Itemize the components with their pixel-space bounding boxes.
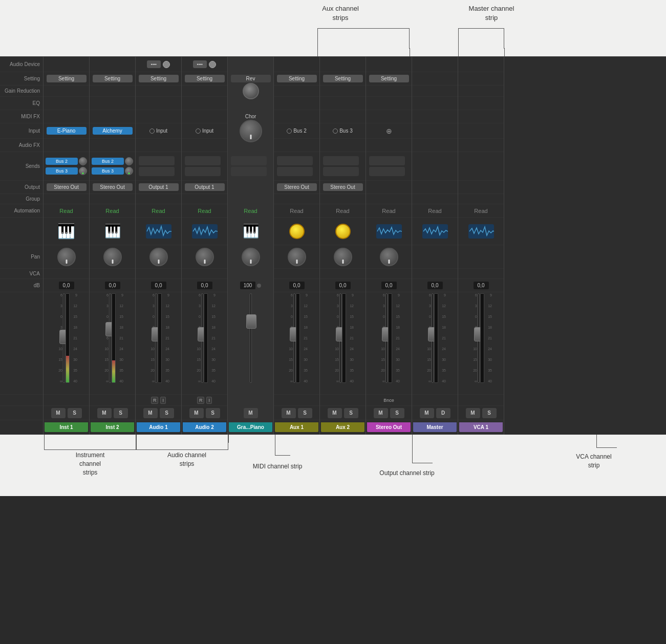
vca1-automation[interactable]: Read [458,204,504,218]
master-fader[interactable]: 6 3 0 3 6 10 15 20 ∞ [412,292,458,395]
aux1-output-btn[interactable]: Stereo Out [277,183,317,191]
aux1-fader-track[interactable] [293,293,295,391]
inst2-automation-label[interactable]: Read [105,208,119,214]
aux1-pan[interactable] [274,245,319,269]
stereoout-ms[interactable]: M S [366,406,412,420]
audio1-ms[interactable]: M S [136,406,181,420]
aux1-setting[interactable]: Setting [274,72,319,85]
inst2-send1-knob[interactable] [125,157,133,165]
inst1-fader[interactable]: 6 3 0 3 6 10 15 20 ∞ [44,292,89,395]
aux1-automation[interactable]: Read [274,204,319,218]
audio1-setting-btn[interactable]: Setting [139,75,179,82]
aux2-fader-rail[interactable] [339,293,341,383]
aux1-ms[interactable]: M S [274,406,319,420]
inst2-mute-btn[interactable]: M [97,408,112,418]
audio2-input[interactable]: Input [182,123,227,139]
audio2-pan-knob[interactable] [196,248,214,266]
vca1-fader-rail[interactable] [478,293,480,383]
inst2-setting[interactable]: Setting [90,72,135,85]
aux1-solo-btn[interactable]: S [298,408,312,418]
audio2-mute-btn[interactable]: M [189,408,204,418]
inst1-setting[interactable]: Setting [44,72,89,85]
audio2-r-btn[interactable]: R [197,397,205,404]
inst2-automation[interactable]: Read [90,204,135,218]
audio1-ri[interactable]: R I [136,395,181,406]
aux1-automation-label[interactable]: Read [290,208,303,214]
stereoout-solo-btn[interactable]: S [390,408,404,418]
inst2-fader-rail[interactable] [109,293,111,383]
aux2-pan-knob[interactable] [334,248,352,266]
audio1-pan-knob[interactable] [149,248,168,266]
audio1-fader-rail[interactable] [155,293,157,383]
vca1-fader[interactable]: 6 3 0 3 6 10 15 20 ∞ [458,292,504,395]
inst1-send2-knob[interactable] [79,167,87,175]
audio1-output[interactable]: Output 1 [136,181,181,194]
inst2-send1-btn[interactable]: Bus 2 [92,158,124,165]
inst2-fader[interactable]: 6 3 0 3 6 10 15 20 ∞ [90,292,135,395]
audio1-input[interactable]: Input [136,123,181,139]
audio1-automation[interactable]: Read [136,204,181,218]
audio2-setting[interactable]: Setting [182,72,227,85]
audio1-output-btn[interactable]: Output 1 [139,183,179,191]
inst1-automation-label[interactable]: Read [59,208,73,214]
audio1-pan[interactable] [136,245,181,269]
inst2-input-btn[interactable]: Alchemy [93,127,133,135]
midi-fader-track[interactable] [250,293,252,391]
vca1-ms[interactable]: M S [458,406,504,420]
midi-pan-knob[interactable] [242,248,260,266]
audio1-r-btn[interactable]: R [151,397,159,404]
aux1-setting-btn[interactable]: Setting [277,75,317,82]
aux1-fader-rail[interactable] [293,293,295,383]
inst1-input[interactable]: E-Piano [44,123,89,139]
inst1-output-btn[interactable]: Stereo Out [47,183,87,191]
audio1-i-btn[interactable]: I [160,397,166,404]
aux2-ms[interactable]: M S [320,406,366,420]
stereoout-mute-btn[interactable]: M [374,408,388,418]
audio1-setting[interactable]: Setting [136,72,181,85]
midi-mute-btn[interactable]: M [244,408,258,418]
inst1-mute-btn[interactable]: M [51,408,66,418]
inst2-input[interactable]: Alchemy [90,123,135,139]
aux2-fader[interactable]: 6 3 0 3 6 10 15 20 ∞ [320,292,366,395]
aux2-fader-track[interactable] [339,293,341,391]
audio2-setting-btn[interactable]: Setting [185,75,225,82]
vca1-automation-label[interactable]: Read [474,208,487,214]
stereoout-automation-label[interactable]: Read [382,208,395,214]
inst2-ms[interactable]: M S [90,406,135,420]
master-ms[interactable]: M D [412,406,458,420]
aux2-output[interactable]: Stereo Out [320,181,366,194]
inst2-solo-btn[interactable]: S [114,408,128,418]
inst2-pan-knob[interactable] [103,248,122,266]
inst1-send1-knob[interactable] [79,157,87,165]
inst2-fader-track[interactable] [109,293,111,391]
inst1-pan-knob[interactable] [57,248,76,266]
midi-fader-handle[interactable] [246,314,256,329]
aux1-fader[interactable]: 6 3 0 3 6 10 15 20 ∞ [274,292,319,395]
inst1-ms[interactable]: M S [44,406,89,420]
midi-automation-label[interactable]: Read [244,208,257,214]
audio2-solo-btn[interactable]: S [206,408,220,418]
midi-automation[interactable]: Read [228,204,273,218]
midi-fader-rail[interactable] [250,293,252,383]
aux2-setting[interactable]: Setting [320,72,366,85]
midi-rev-btn[interactable]: Rev [231,75,271,82]
stereoout-automation[interactable]: Read [366,204,412,218]
aux2-automation[interactable]: Read [320,204,366,218]
vca1-solo-btn[interactable]: S [482,408,497,418]
vca1-mute-btn[interactable]: M [466,408,480,418]
midi-pan[interactable] [228,245,273,269]
master-d-btn[interactable]: D [436,408,450,418]
stereoout-pan[interactable] [366,245,412,269]
aux1-output[interactable]: Stereo Out [274,181,319,194]
audio1-fader-track[interactable] [155,293,157,391]
midi-fader[interactable] [228,292,273,395]
master-fader-rail[interactable] [432,293,434,383]
audio2-automation-label[interactable]: Read [198,208,211,214]
inst1-pan[interactable] [44,245,89,269]
master-automation-label[interactable]: Read [428,208,441,214]
inst2-send2-btn[interactable]: Bus 3 [92,167,124,175]
audio2-i-btn[interactable]: I [206,397,212,404]
stereoout-setting-btn[interactable]: Setting [369,75,409,82]
vca1-fader-track[interactable] [478,293,480,391]
inst2-output-btn[interactable]: Stereo Out [93,183,133,191]
